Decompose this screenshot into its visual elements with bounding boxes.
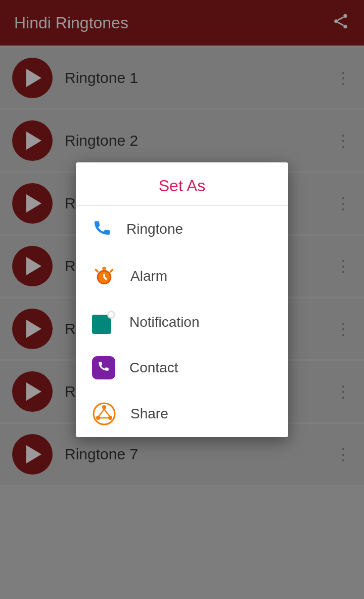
alarm-icon: [92, 264, 116, 288]
dialog-item-contact[interactable]: Contact: [76, 345, 288, 391]
dialog-item-share[interactable]: Share: [76, 391, 288, 437]
share-ring-icon: [92, 402, 116, 426]
dialog-share-label: Share: [130, 406, 168, 422]
dialog-notification-label: Notification: [129, 314, 200, 330]
contact-icon: [92, 356, 115, 379]
dialog-item-ringtone[interactable]: Ringtone: [76, 206, 288, 253]
dialog-contact-label: Contact: [129, 360, 178, 376]
svg-line-14: [104, 409, 110, 416]
set-as-dialog: Set As Ringtone: [76, 162, 288, 437]
notif-dot: [107, 311, 115, 319]
dialog-item-notification[interactable]: Notification: [76, 300, 288, 345]
phone-icon: [92, 217, 112, 242]
notification-icon: [92, 311, 115, 334]
svg-rect-7: [102, 267, 106, 270]
svg-point-10: [102, 405, 106, 409]
svg-line-13: [99, 409, 104, 416]
dialog-overlay[interactable]: Set As Ringtone: [0, 0, 364, 599]
contact-phone-icon: [97, 359, 110, 376]
dialog-alarm-label: Alarm: [130, 268, 167, 284]
dialog-item-alarm[interactable]: Alarm: [76, 253, 288, 300]
svg-point-11: [96, 416, 100, 420]
dialog-ringtone-label: Ringtone: [126, 221, 183, 237]
svg-point-12: [108, 416, 112, 420]
dialog-title: Set As: [76, 162, 288, 206]
